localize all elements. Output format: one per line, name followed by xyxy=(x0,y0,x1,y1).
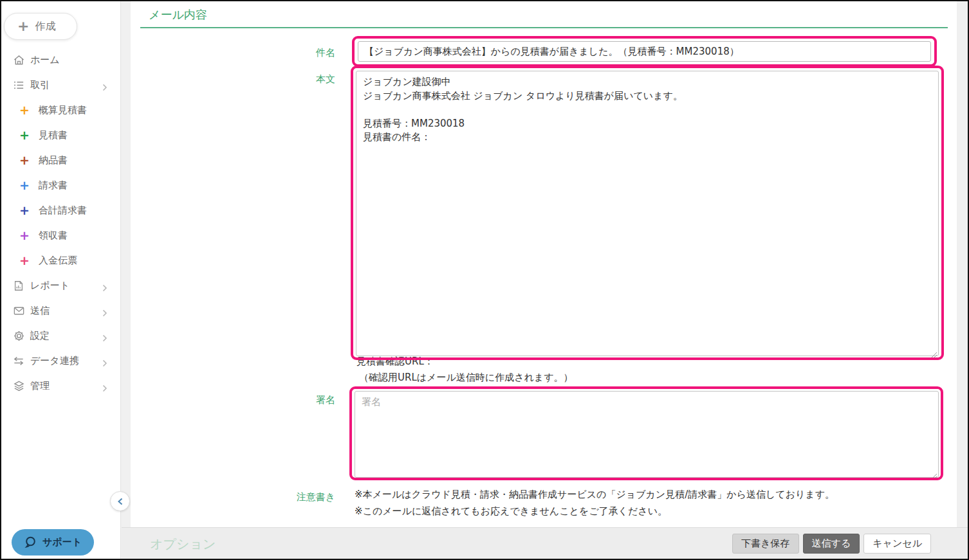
mail-icon xyxy=(12,305,26,318)
sidebar-item-label: 見積書 xyxy=(39,129,68,141)
body-resize-handle[interactable] xyxy=(931,348,937,361)
plus-icon: + xyxy=(19,179,30,192)
send-button[interactable]: 送信する xyxy=(803,534,860,554)
sidebar-item-label: 管理 xyxy=(30,380,50,392)
body-textarea[interactable]: ジョブカン建設御中 ジョブカン商事株式会社 ジョブカン タロウより見積書が届いて… xyxy=(356,71,939,356)
cancel-button[interactable]: キャンセル xyxy=(863,534,931,554)
sidebar-item-label: 取引 xyxy=(30,79,50,91)
sidebar-collapse-button[interactable] xyxy=(110,491,130,511)
plus-icon: + xyxy=(19,204,30,217)
layers-icon xyxy=(12,380,26,393)
section-divider xyxy=(140,27,948,28)
sidebar-item-transactions[interactable]: 取引 xyxy=(1,73,120,98)
sidebar-item-label: データ連携 xyxy=(30,355,79,367)
chevron-right-icon xyxy=(102,383,107,395)
chevron-right-icon xyxy=(102,307,107,320)
sidebar-item-label: 概算見積書 xyxy=(39,104,87,116)
sidebar-item-reports[interactable]: レポート xyxy=(1,273,120,298)
notes-label: 注意書き xyxy=(285,491,335,503)
sidebar-nav: ホーム 取引 + 概算見積書 + 見積書 xyxy=(1,48,120,399)
sidebar-item-label: 入金伝票 xyxy=(39,255,77,267)
sidebar-item-label: 領収書 xyxy=(39,230,68,242)
footer-buttons: 下書き保存 送信する キャンセル xyxy=(732,534,931,554)
signature-label: 署名 xyxy=(285,394,335,406)
plus-icon: + xyxy=(19,255,30,267)
chevron-right-icon xyxy=(102,82,107,94)
url-note-line2: （確認用URLはメール送信時に作成されます。） xyxy=(359,372,573,384)
option-section-title: オプション xyxy=(150,536,216,553)
sidebar-item-home[interactable]: ホーム xyxy=(1,48,120,73)
create-button[interactable]: + 作成 xyxy=(4,13,77,40)
sync-icon xyxy=(12,355,26,368)
create-button-label: 作成 xyxy=(35,20,55,33)
sidebar-item-payment-slip[interactable]: + 入金伝票 xyxy=(1,248,120,273)
plus-icon: + xyxy=(19,154,30,167)
home-icon xyxy=(12,54,26,67)
sidebar-item-admin[interactable]: 管理 xyxy=(1,374,120,399)
notes-line2: ※このメールに返信されてもお応えできませんことをご了承ください。 xyxy=(355,505,667,518)
sidebar-item-label: 納品書 xyxy=(39,154,68,167)
sidebar-item-data-sync[interactable]: データ連携 xyxy=(1,348,120,374)
footer-bar: オプション 下書き保存 送信する キャンセル xyxy=(122,527,968,559)
sidebar-item-estimate[interactable]: + 見積書 xyxy=(1,123,120,148)
notes-line1: ※本メールはクラウド見積・請求・納品書作成サービスの「ジョブカン見積/請求書」か… xyxy=(355,489,835,501)
signature-textarea[interactable] xyxy=(355,391,939,478)
sidebar-item-label: 設定 xyxy=(30,330,50,342)
sidebar-item-delivery-slip[interactable]: + 納品書 xyxy=(1,148,120,173)
chevron-right-icon xyxy=(102,282,107,294)
sidebar-item-send[interactable]: 送信 xyxy=(1,298,120,323)
signature-resize-handle[interactable] xyxy=(931,470,937,482)
subject-input[interactable] xyxy=(358,41,931,62)
url-note-line1: 見積書確認URL： xyxy=(356,356,434,368)
save-draft-button[interactable]: 下書き保存 xyxy=(732,534,798,554)
plus-icon: + xyxy=(19,129,30,141)
support-button-label: サポート xyxy=(42,536,82,548)
section-title: メール内容 xyxy=(149,7,207,23)
support-button[interactable]: サポート xyxy=(12,529,94,555)
sidebar-item-settings[interactable]: 設定 xyxy=(1,323,120,348)
list-icon xyxy=(12,79,26,92)
sidebar-item-rough-estimate[interactable]: + 概算見積書 xyxy=(1,98,120,123)
sidebar-item-label: 合計請求書 xyxy=(39,204,87,217)
sidebar-item-label: レポート xyxy=(30,280,69,292)
sidebar-item-label: ホーム xyxy=(30,54,60,66)
plus-icon: + xyxy=(17,19,29,33)
sidebar-item-total-invoice[interactable]: + 合計請求書 xyxy=(1,198,120,223)
app-window: + 作成 ホーム 取引 xyxy=(0,0,969,560)
chevron-right-icon xyxy=(102,357,107,370)
sidebar: + 作成 ホーム 取引 xyxy=(1,1,121,559)
sidebar-item-label: 送信 xyxy=(30,305,50,317)
chat-bubble-icon xyxy=(24,536,37,549)
mail-content-panel: メール内容 件名 本文 ジョブカン建設御中 ジョブカン商事株式会社 ジョブカン … xyxy=(131,1,957,527)
sidebar-item-receipt[interactable]: + 領収書 xyxy=(1,223,120,248)
plus-icon: + xyxy=(19,104,30,116)
report-icon xyxy=(12,280,26,293)
chevron-right-icon xyxy=(102,332,107,345)
plus-icon: + xyxy=(19,230,30,242)
gear-icon xyxy=(12,330,26,343)
sidebar-item-invoice[interactable]: + 請求書 xyxy=(1,173,120,198)
subject-label: 件名 xyxy=(285,47,335,59)
body-label: 本文 xyxy=(285,73,335,86)
sidebar-item-label: 請求書 xyxy=(39,179,68,192)
